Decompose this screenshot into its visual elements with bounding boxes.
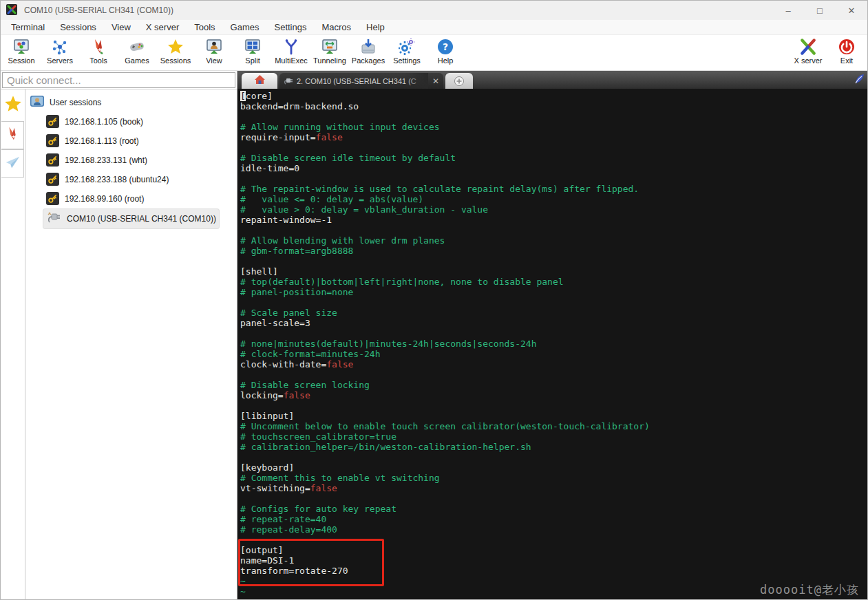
watermark-text: dooooit@老小孩 [760,585,859,595]
toolbar-tunneling-button[interactable]: Tunneling [310,36,349,65]
menu-view[interactable]: View [104,20,138,35]
toolbar-packages-button[interactable]: Packages [349,36,388,65]
terminal-line: [output] [240,545,867,555]
menu-x-server[interactable]: X server [138,20,187,35]
toolbar-exit-button[interactable]: Exit [827,36,866,65]
terminal-line [240,142,867,153]
close-button[interactable]: ✕ [836,1,867,20]
session-item-com10[interactable]: COM10 (USB-SERIAL CH341 (COM10)) [43,209,219,228]
view-icon [205,38,223,56]
terminal-line: # Allow running without input devices [240,122,867,132]
packages-icon [359,38,377,56]
tabbar: 2. COM10 (USB-SERIAL CH341 (C ✕ [237,71,867,89]
quick-connect-input[interactable] [2,72,235,88]
maximize-button[interactable]: □ [804,1,836,20]
terminal-line: # panel-position=none [240,287,867,297]
active-terminal-tab[interactable]: 2. COM10 (USB-SERIAL CH341 (C ✕ [279,73,443,89]
toolbar-settings-button[interactable]: Settings [388,36,426,65]
serial-plug-icon [284,75,293,87]
menu-settings[interactable]: Settings [267,20,315,35]
ssh-key-icon [46,115,59,128]
terminal-line: # gbm-format=argb8888 [240,246,867,256]
session-item-192-168-1-113[interactable]: 192.168.1.113 (root) [43,132,237,149]
edit-pen-icon[interactable] [852,72,866,89]
terminal-panel: 2. COM10 (USB-SERIAL CH341 (C ✕ [core]ba… [237,71,867,599]
session-item-label: 192.168.233.131 (wht) [65,156,147,165]
toolbar-sessions-button[interactable]: Sessions [156,36,195,65]
terminal-line [240,297,867,308]
toolbar-label: Tools [89,56,107,65]
toolbar-tools-button[interactable]: Tools [79,36,118,65]
terminal-line: [core] [240,91,867,101]
xserver-icon [799,38,817,56]
settings-icon [398,38,416,56]
session-item-192-168-233-188[interactable]: 192.168.233.188 (ubuntu24) [43,171,237,188]
terminal-line: # Disable screen locking [240,380,867,390]
terminal-line: # clock-format=minutes-24h [240,349,867,359]
session-item-label: 192.168.99.160 (root) [65,194,144,204]
toolbar-servers-button[interactable]: Servers [41,36,79,65]
toolbar-label: Sessions [160,56,191,65]
toolbar-label: Split [245,56,260,65]
session-item-label: 192.168.233.188 (ubuntu24) [65,175,169,184]
terminal-line [240,369,867,380]
terminal-line: # none|minutes(default)|minutes-24h|seco… [240,339,867,349]
toolbar-label: Exit [840,56,853,65]
exit-icon [838,38,856,56]
tree-root-user-sessions[interactable]: User sessions [28,94,237,113]
toolbar-view-button[interactable]: View [195,36,233,65]
terminal-line: idle-time=0 [240,163,867,173]
toolbar: SessionServersToolsGamesSessionsViewSpli… [1,35,867,71]
minimize-button[interactable]: – [772,1,804,20]
session-item-192-168-233-131[interactable]: 192.168.233.131 (wht) [43,151,237,169]
sidebar-rail [1,89,25,599]
toolbar-split-button[interactable]: Split [233,36,272,65]
terminal-line: # Comment this to enable vt switching [240,473,867,483]
favorites-star-icon [3,94,23,116]
favorites-star-button[interactable] [3,95,23,116]
home-tab[interactable] [242,73,277,89]
menu-help[interactable]: Help [359,20,392,35]
window-title: COM10 (USB-SERIAL CH341 (COM10)) [24,6,173,15]
tools-knife-button[interactable] [1,121,24,149]
ssh-key-icon [46,134,59,147]
tree-root-label: User sessions [50,98,101,107]
terminal-line: # repeat-delay=400 [240,524,867,535]
menu-terminal[interactable]: Terminal [3,20,52,35]
terminal-screen[interactable]: [core]backend=drm-backend.so # Allow run… [237,89,867,599]
sessions-tree: User sessions 192.168.1.105 (book)192.16… [25,89,237,599]
session-item-192-168-99-160[interactable]: 192.168.99.160 (root) [43,190,237,207]
titlebar: COM10 (USB-SERIAL CH341 (COM10)) –□✕ [1,1,867,20]
toolbar-games-button[interactable]: Games [118,36,156,65]
terminal-line: # calibration_helper=/bin/weston-calibra… [240,442,867,452]
tab-close-icon[interactable]: ✕ [432,76,439,86]
session-item-label: 192.168.1.113 (root) [65,136,139,146]
menu-macros[interactable]: Macros [314,20,359,35]
user-sessions-folder-icon [30,95,45,110]
terminal-line: [libinput] [240,411,867,421]
menu-tools[interactable]: Tools [187,20,222,35]
terminal-line: # Configs for auto key repeat [240,504,867,514]
split-icon [244,38,262,56]
shared-plane-button[interactable] [1,149,24,178]
toolbar-label: Tunneling [313,56,346,65]
new-tab-button[interactable] [445,73,473,89]
help-icon: ? [436,38,454,56]
menu-sessions[interactable]: Sessions [52,20,104,35]
menu-games[interactable]: Games [223,20,267,35]
toolbar-help-button[interactable]: ?Help [426,36,465,65]
terminal-line: # The repaint-window is used to calculat… [240,184,867,194]
tunneling-icon [321,38,339,56]
toolbar-session-button[interactable]: Session [2,36,41,65]
svg-text:?: ? [443,41,448,52]
toolbar-multiexec-button[interactable]: MultiExec [272,36,310,65]
ssh-key-icon [46,173,59,186]
tools-knife-icon [4,125,21,146]
games-icon [128,38,146,56]
terminal-line [240,400,867,411]
terminal-line: [shell] [240,266,867,277]
toolbar-x-server-button[interactable]: X server [789,36,827,65]
session-item-192-168-1-105[interactable]: 192.168.1.105 (book) [43,113,237,130]
terminal-line: # Scale panel size [240,308,867,318]
terminal-line: # repeat-rate=40 [240,514,867,524]
